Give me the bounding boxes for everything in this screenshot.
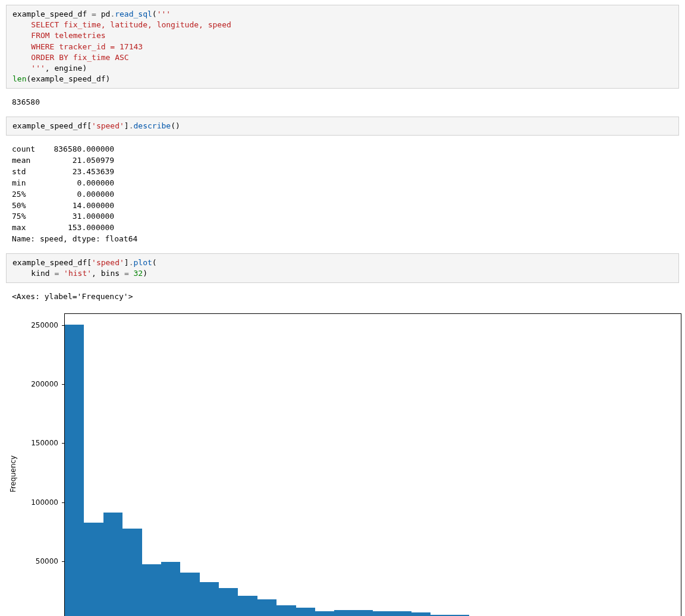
ytick-mark bbox=[62, 502, 64, 503]
histogram-bar bbox=[142, 564, 161, 616]
histogram-bar bbox=[200, 582, 219, 616]
code-cell-1: example_speed_df = pd.read_sql(''' SELEC… bbox=[6, 5, 679, 89]
code-cell-3: example_speed_df['speed'].plot( kind = '… bbox=[6, 253, 679, 283]
output-2: count 836580.000000 mean 21.050979 std 2… bbox=[6, 140, 679, 249]
ytick-mark bbox=[62, 443, 64, 444]
histogram-bar bbox=[238, 596, 257, 616]
histogram-bar bbox=[84, 523, 103, 616]
histogram-bar bbox=[103, 513, 122, 616]
ytick-label: 50000 bbox=[36, 557, 58, 565]
code-cell-2: example_speed_df['speed'].describe() bbox=[6, 117, 679, 136]
plot-area bbox=[64, 313, 681, 616]
histogram-bar bbox=[315, 611, 334, 616]
histogram-bar bbox=[219, 588, 238, 616]
histogram-bar bbox=[257, 599, 276, 616]
histogram-bar bbox=[65, 325, 84, 616]
output-3: <Axes: ylabel='Frequency'> bbox=[6, 288, 679, 306]
histogram-bar bbox=[180, 573, 199, 616]
histogram-bar bbox=[373, 611, 392, 616]
ytick-label: 250000 bbox=[31, 321, 58, 329]
ytick-label: 200000 bbox=[31, 380, 58, 388]
histogram-bar bbox=[296, 608, 315, 616]
histogram-bar bbox=[411, 612, 431, 616]
output-1: 836580 bbox=[6, 93, 679, 112]
ytick-label: 100000 bbox=[31, 498, 58, 507]
histogram-bar bbox=[354, 610, 373, 616]
ytick-mark bbox=[62, 561, 64, 562]
histogram-bar bbox=[122, 529, 142, 616]
histogram-chart: Frequency 050000100000150000200000250000… bbox=[8, 311, 684, 616]
ytick-label: 150000 bbox=[31, 439, 58, 447]
histogram-bar bbox=[276, 605, 296, 616]
histogram-bar bbox=[161, 562, 180, 616]
histogram-bar bbox=[334, 610, 353, 616]
histogram-bar bbox=[392, 611, 411, 616]
chart-ylabel: Frequency bbox=[9, 455, 17, 492]
ytick-mark bbox=[62, 325, 64, 326]
ytick-mark bbox=[62, 384, 64, 385]
